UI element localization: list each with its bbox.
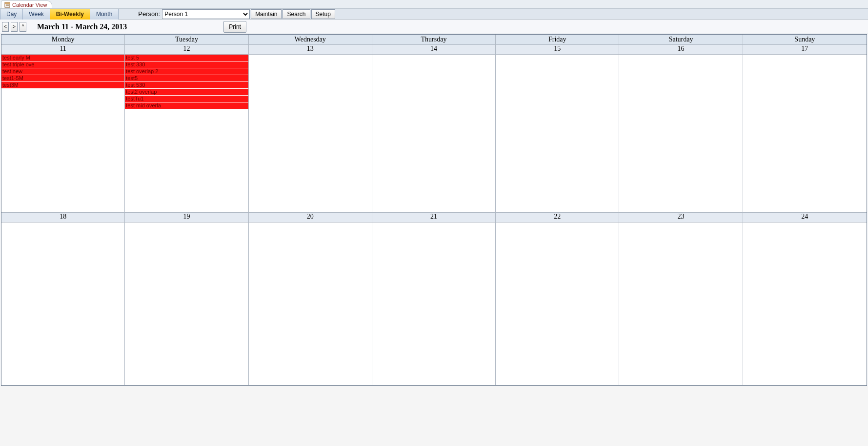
day-header: Thursday: [372, 35, 496, 45]
print-button[interactable]: Print: [223, 21, 246, 33]
date-number[interactable]: 16: [619, 45, 743, 55]
date-number[interactable]: 11: [1, 45, 125, 55]
date-number[interactable]: 23: [619, 213, 743, 223]
day-cell[interactable]: [125, 223, 248, 385]
date-row: 18192021222324: [1, 213, 867, 223]
calendar-event[interactable]: test 5: [125, 55, 248, 61]
day-cell[interactable]: test early Mtest triple ovetest newtest1…: [1, 55, 125, 213]
date-row: 11121314151617: [1, 45, 867, 55]
date-number[interactable]: 17: [743, 45, 867, 55]
date-number[interactable]: 22: [496, 213, 619, 223]
tab-calendar-view[interactable]: Calendar View: [1, 0, 52, 8]
view-mode-group: DayWeekBi-WeeklyMonth: [0, 9, 119, 20]
date-number[interactable]: 21: [372, 213, 496, 223]
day-cell[interactable]: [619, 223, 743, 385]
calendar-event[interactable]: test1-5M: [1, 75, 124, 82]
calendar-event[interactable]: test early M: [1, 55, 124, 61]
tab-label: Calendar View: [12, 2, 47, 8]
day-cell[interactable]: [743, 223, 867, 385]
date-number[interactable]: 19: [125, 213, 248, 223]
date-number[interactable]: 15: [496, 45, 619, 55]
day-cell[interactable]: [249, 223, 372, 385]
day-cell[interactable]: [619, 55, 743, 213]
day-cell[interactable]: [372, 223, 496, 385]
calendar-event[interactable]: test triple ove: [1, 61, 124, 68]
prev-button[interactable]: <: [2, 22, 9, 32]
calendar-event[interactable]: test overlap 2: [125, 68, 248, 75]
person-label: Person:: [133, 10, 162, 18]
day-cell[interactable]: [496, 223, 619, 385]
calendar-event[interactable]: test 530: [125, 82, 248, 89]
view-mode-month[interactable]: Month: [90, 9, 119, 20]
day-header: Friday: [496, 35, 619, 45]
day-cell[interactable]: [1, 223, 125, 385]
day-cell[interactable]: [496, 55, 619, 213]
day-header: Wednesday: [249, 35, 372, 45]
view-mode-bi-weekly[interactable]: Bi-Weekly: [50, 9, 90, 20]
next-button[interactable]: >: [11, 22, 18, 32]
title-row: < > ^ March 11 - March 24, 2013 Print: [0, 20, 868, 34]
view-mode-week[interactable]: Week: [23, 9, 50, 20]
day-header: Sunday: [743, 35, 867, 45]
date-number[interactable]: 24: [743, 213, 867, 223]
day-cell[interactable]: [743, 55, 867, 213]
date-number[interactable]: 18: [1, 213, 125, 223]
search-button[interactable]: Search: [283, 9, 310, 19]
form-icon: [4, 2, 10, 8]
date-number[interactable]: 12: [125, 45, 248, 55]
date-number[interactable]: 20: [249, 213, 372, 223]
date-range-title: March 11 - March 24, 2013: [37, 22, 127, 31]
maintain-button[interactable]: Maintain: [251, 9, 282, 19]
calendar-event[interactable]: test new: [1, 68, 124, 75]
day-header: Saturday: [619, 35, 743, 45]
date-number[interactable]: 14: [372, 45, 496, 55]
day-header-row: MondayTuesdayWednesdayThursdayFridaySatu…: [1, 35, 867, 45]
window-tab-bar: Calendar View: [0, 0, 868, 9]
up-button[interactable]: ^: [20, 22, 26, 32]
calendar-event[interactable]: test3M: [1, 82, 124, 89]
calendar-event[interactable]: test 330: [125, 61, 248, 68]
person-select[interactable]: Person 1: [162, 9, 250, 19]
setup-button[interactable]: Setup: [311, 9, 335, 19]
calendar-event[interactable]: testTu1: [125, 96, 248, 102]
week-row: test early Mtest triple ovetest newtest1…: [1, 55, 867, 213]
calendar-event[interactable]: test mid overla: [125, 102, 248, 109]
view-mode-toolbar: DayWeekBi-WeeklyMonth Person: Person 1 M…: [0, 9, 868, 20]
day-cell[interactable]: [372, 55, 496, 213]
svg-rect-1: [5, 2, 10, 4]
calendar-event[interactable]: test5: [125, 75, 248, 82]
view-mode-day[interactable]: Day: [0, 9, 23, 20]
calendar-event[interactable]: test2 overlap: [125, 89, 248, 96]
calendar-grid: MondayTuesdayWednesdayThursdayFridaySatu…: [1, 34, 867, 386]
day-cell[interactable]: test 5test 330test overlap 2test5test 53…: [125, 55, 248, 213]
week-row: [1, 223, 867, 385]
date-number[interactable]: 13: [249, 45, 372, 55]
day-header: Tuesday: [125, 35, 248, 45]
day-header: Monday: [1, 35, 125, 45]
day-cell[interactable]: [249, 55, 372, 213]
